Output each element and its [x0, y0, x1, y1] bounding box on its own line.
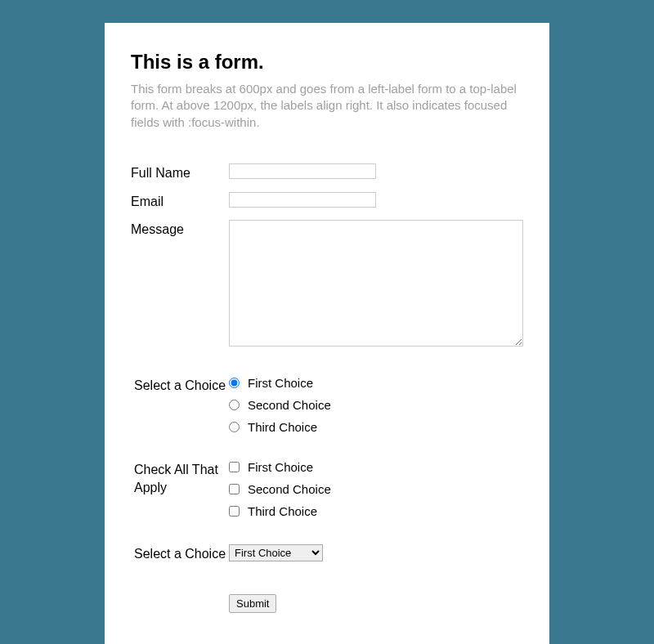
checkbox-option[interactable]: First Choice: [229, 460, 523, 474]
form: Full Name Email Message Select a Choice: [131, 163, 523, 613]
radio-option[interactable]: First Choice: [229, 376, 523, 390]
radio-input-third[interactable]: [229, 422, 240, 432]
radio-label: Second Choice: [248, 398, 331, 412]
checkbox-option[interactable]: Third Choice: [229, 504, 523, 518]
field-radio: Select a Choice First Choice Second Choi…: [131, 376, 523, 434]
label-message: Message: [131, 220, 229, 239]
field-email: Email: [131, 192, 523, 211]
form-card: This is a form. This form breaks at 600p…: [105, 23, 549, 644]
input-full-name[interactable]: [229, 163, 376, 179]
radio-input-second[interactable]: [229, 400, 240, 410]
radio-label: First Choice: [248, 376, 313, 390]
form-description: This form breaks at 600px and goes from …: [131, 81, 523, 131]
radio-input-first[interactable]: [229, 378, 240, 388]
label-checkbox: Check All That Apply: [131, 460, 229, 496]
select-input[interactable]: First Choice Second Choice Third Choice: [229, 544, 323, 561]
radio-option[interactable]: Second Choice: [229, 398, 523, 412]
checkbox-input-second[interactable]: [229, 484, 240, 494]
label-email: Email: [131, 192, 229, 211]
field-full-name: Full Name: [131, 163, 523, 182]
field-submit: Submit: [131, 594, 523, 613]
checkbox-input-third[interactable]: [229, 506, 240, 517]
radio-option[interactable]: Third Choice: [229, 420, 523, 434]
checkbox-label: Second Choice: [248, 482, 331, 496]
input-message[interactable]: [229, 220, 523, 347]
form-title: This is a form.: [131, 49, 523, 74]
checkbox-label: First Choice: [248, 460, 313, 474]
field-select: Select a Choice First Choice Second Choi…: [131, 544, 523, 563]
submit-button[interactable]: Submit: [229, 594, 276, 613]
checkbox-input-first[interactable]: [229, 462, 240, 472]
checkbox-label: Third Choice: [248, 504, 317, 518]
radio-label: Third Choice: [248, 420, 317, 434]
label-full-name: Full Name: [131, 163, 229, 182]
field-message: Message: [131, 220, 523, 350]
label-select: Select a Choice: [131, 544, 229, 563]
field-checkbox: Check All That Apply First Choice Second…: [131, 460, 523, 518]
label-radio: Select a Choice: [131, 376, 229, 395]
checkbox-option[interactable]: Second Choice: [229, 482, 523, 496]
input-email[interactable]: [229, 192, 376, 208]
